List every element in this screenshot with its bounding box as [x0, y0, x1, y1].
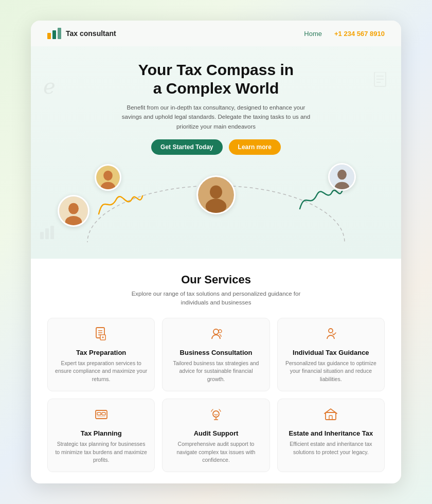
service-desc-2: Personalized tax guidance to optimize yo…	[285, 359, 377, 384]
avatar-top-left	[95, 164, 121, 191]
svg-rect-41	[329, 416, 332, 420]
svg-point-18	[210, 186, 222, 199]
service-name-0: Tax Preparation	[55, 349, 147, 356]
navbar: Tax consultant Home +1 234 567 8910	[31, 21, 401, 46]
logo-text: Tax consultant	[66, 29, 116, 38]
nav-phone: +1 234 567 8910	[334, 30, 385, 38]
individual-tax-icon	[285, 327, 377, 345]
page-wrapper: Tax consultant Home +1 234 567 8910 ℯ	[31, 21, 401, 483]
svg-rect-1	[52, 30, 56, 39]
service-name-3: Tax Planning	[55, 429, 147, 437]
svg-rect-36	[97, 416, 105, 417]
estate-tax-icon	[285, 407, 377, 425]
services-title: Our Services	[47, 273, 385, 286]
service-card-individual-tax: Individual Tax Guidance Personalized tax…	[277, 318, 385, 391]
avatar-center-left	[58, 195, 89, 227]
service-desc-3: Strategic tax planning for businesses to…	[55, 440, 147, 464]
service-desc-5: Efficient estate and inheritance tax sol…	[285, 440, 377, 457]
svg-point-32	[329, 329, 333, 333]
service-name-1: Business Consultation	[170, 349, 262, 356]
svg-rect-3	[40, 232, 44, 239]
service-card-tax-preparation: Tax Preparation Expert tax preparation s…	[47, 318, 155, 391]
service-desc-4: Comprehensive audit support to navigate …	[170, 440, 262, 464]
hero-visuals	[47, 160, 385, 242]
svg-point-12	[103, 171, 113, 181]
svg-rect-34	[97, 412, 101, 415]
nav-right: Home +1 234 567 8910	[304, 30, 385, 38]
svg-point-21	[337, 170, 347, 180]
hero-text: Your Tax Compass in a Complex World Bene…	[47, 61, 385, 155]
svg-point-15	[68, 203, 79, 214]
service-desc-0: Expert tax preparation services to ensur…	[55, 359, 147, 384]
svg-rect-40	[326, 412, 336, 420]
avatar-center-main	[196, 175, 236, 214]
service-card-estate-tax: Estate and Inheritance Tax Efficient est…	[277, 399, 385, 472]
hero-subtitle: Benefit from our in-depth tax consultanc…	[118, 103, 314, 131]
service-name-5: Estate and Inheritance Tax	[285, 429, 377, 437]
service-desc-1: Tailored business tax strategies and adv…	[170, 359, 262, 384]
nav-home-link[interactable]: Home	[304, 30, 322, 38]
tax-preparation-icon	[55, 327, 147, 345]
services-grid: Tax Preparation Expert tax preparation s…	[47, 318, 385, 473]
learn-more-button[interactable]: Learn more	[229, 139, 281, 155]
services-subtitle: Explore our range of tax solutions and p…	[129, 290, 303, 308]
service-card-business-consultation: Business Consultation Tailored business …	[162, 318, 269, 391]
audit-support-icon	[170, 407, 262, 425]
logo-area: Tax consultant	[47, 28, 116, 39]
hero-title: Your Tax Compass in a Complex World	[47, 61, 385, 98]
svg-point-31	[219, 330, 222, 333]
logo-icon	[47, 28, 62, 39]
svg-rect-2	[58, 28, 61, 39]
services-section: Our Services Explore our range of tax so…	[31, 259, 401, 483]
svg-point-37	[213, 411, 219, 417]
svg-point-30	[213, 329, 219, 334]
hero-section: ℯ Your Tax Compass in a Complex World Be…	[31, 46, 401, 259]
service-name-2: Individual Tax Guidance	[285, 349, 377, 356]
hero-buttons: Get Started Today Learn more	[47, 139, 385, 155]
tax-planning-icon	[55, 407, 147, 425]
business-consultation-icon	[170, 327, 262, 345]
service-card-audit-support: Audit Support Comprehensive audit suppor…	[162, 399, 269, 472]
get-started-button[interactable]: Get Started Today	[151, 139, 222, 155]
service-name-4: Audit Support	[170, 429, 262, 437]
svg-rect-0	[47, 33, 51, 39]
service-card-tax-planning: Tax Planning Strategic tax planning for …	[47, 399, 155, 472]
squiggle-left	[94, 188, 145, 219]
avatar-top-right	[328, 163, 356, 191]
svg-rect-35	[102, 412, 105, 415]
